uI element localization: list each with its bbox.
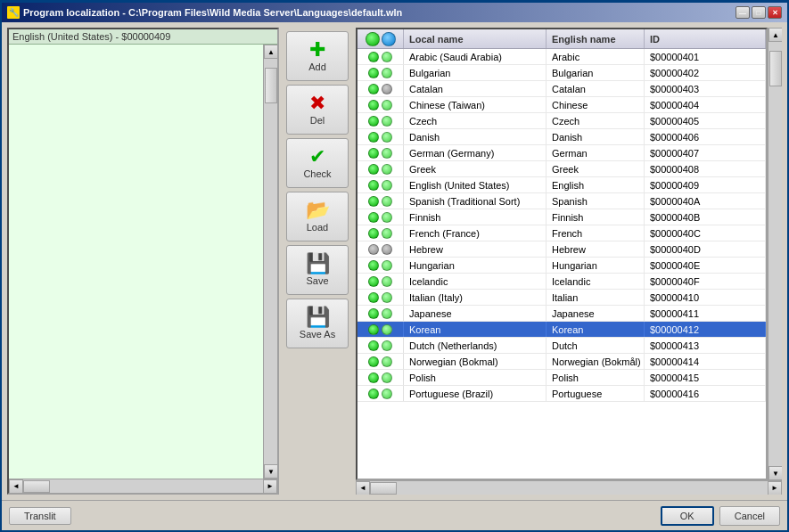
minimize-button[interactable]: — bbox=[736, 6, 750, 19]
row-local-name: Czech bbox=[404, 113, 547, 128]
save-button[interactable]: 💾 Save bbox=[286, 245, 349, 295]
row-local-name: German (Germany) bbox=[404, 145, 547, 160]
table-row[interactable]: Finnish Finnish $0000040B bbox=[358, 209, 766, 225]
status-dot-2 bbox=[382, 276, 392, 287]
row-icons bbox=[358, 322, 404, 337]
save-label: Save bbox=[306, 275, 328, 286]
table-row[interactable]: English (United States) English $0000040… bbox=[358, 177, 766, 193]
right-scroll-track[interactable] bbox=[768, 42, 782, 466]
right-scroll-down[interactable]: ▼ bbox=[768, 466, 782, 480]
table-row[interactable]: Danish Danish $00000406 bbox=[358, 129, 766, 145]
right-vertical-scrollbar[interactable]: ▲ ▼ bbox=[768, 28, 782, 480]
row-local-name: Icelandic bbox=[404, 274, 547, 289]
status-dot-2 bbox=[382, 228, 392, 239]
table-row[interactable]: Polish Polish $00000415 bbox=[358, 370, 766, 386]
load-button[interactable]: 📂 Load bbox=[286, 192, 349, 241]
table-row[interactable]: Arabic (Saudi Arabia) Arabic $00000401 bbox=[358, 49, 766, 65]
left-scroll-track[interactable] bbox=[264, 59, 277, 464]
status-dot-2 bbox=[382, 372, 392, 383]
row-icons bbox=[358, 113, 404, 128]
right-hscroll-track[interactable] bbox=[370, 481, 768, 495]
row-local-name: Norwegian (Bokmal) bbox=[404, 354, 547, 369]
row-icons bbox=[358, 338, 404, 353]
del-icon: ✖ bbox=[309, 94, 325, 113]
save-icon: 💾 bbox=[306, 254, 330, 274]
status-dot-2 bbox=[382, 340, 392, 351]
table-row[interactable]: Icelandic Icelandic $0000040F bbox=[358, 274, 766, 290]
left-hscroll-right[interactable]: ► bbox=[263, 479, 277, 494]
saveas-label: Save As bbox=[300, 329, 335, 340]
right-scroll-up[interactable]: ▲ bbox=[768, 28, 782, 42]
row-english-name: Greek bbox=[547, 161, 645, 176]
left-scroll-up[interactable]: ▲ bbox=[264, 45, 277, 59]
saveas-button[interactable]: 💾 Save As bbox=[286, 299, 349, 348]
left-hscroll-left[interactable]: ◄ bbox=[9, 479, 23, 494]
row-local-name: Arabic (Saudi Arabia) bbox=[404, 49, 547, 64]
check-button[interactable]: ✔ Check bbox=[286, 138, 349, 188]
left-scroll-thumb[interactable] bbox=[265, 68, 277, 103]
row-local-name: Danish bbox=[404, 129, 547, 144]
table-row[interactable]: Hebrew Hebrew $0000040D bbox=[358, 241, 766, 258]
close-button[interactable]: ✕ bbox=[768, 6, 782, 19]
status-dot-2 bbox=[382, 260, 392, 271]
ok-button[interactable]: OK bbox=[661, 506, 714, 526]
table-row[interactable]: Japanese Japanese $00000411 bbox=[358, 306, 766, 322]
table-row[interactable]: Bulgarian Bulgarian $00000402 bbox=[358, 65, 766, 81]
left-list-area: English (United States) - $00000409 ▲ ▼ … bbox=[7, 28, 279, 495]
left-list-header: English (United States) - $00000409 bbox=[9, 29, 277, 45]
row-local-name: Greek bbox=[404, 161, 547, 176]
left-vertical-scrollbar[interactable]: ▲ ▼ bbox=[263, 45, 277, 479]
row-id: $00000413 bbox=[645, 338, 766, 353]
add-button[interactable]: ✚ Add bbox=[286, 31, 349, 81]
del-button[interactable]: ✖ Del bbox=[286, 85, 349, 135]
right-hscroll-right[interactable]: ► bbox=[768, 481, 782, 495]
table-row[interactable]: German (Germany) German $00000407 bbox=[358, 145, 766, 161]
row-icons bbox=[358, 97, 404, 112]
row-icons bbox=[358, 290, 404, 305]
row-local-name: Italian (Italy) bbox=[404, 290, 547, 305]
right-hscroll-thumb[interactable] bbox=[370, 482, 397, 495]
col-header-id[interactable]: ID bbox=[645, 29, 766, 48]
table-row[interactable]: Czech Czech $00000405 bbox=[358, 113, 766, 129]
maximize-button[interactable]: □ bbox=[752, 6, 766, 19]
right-horizontal-scrollbar[interactable]: ◄ ► bbox=[356, 480, 782, 495]
col-header-local[interactable]: Local name bbox=[404, 29, 547, 48]
table-row[interactable]: Italian (Italy) Italian $00000410 bbox=[358, 290, 766, 306]
right-hscroll-left[interactable]: ◄ bbox=[356, 481, 370, 495]
table-row[interactable]: Hungarian Hungarian $0000040E bbox=[358, 258, 766, 274]
status-dot-1 bbox=[368, 308, 379, 319]
table-row[interactable]: Dutch (Netherlands) Dutch $00000413 bbox=[358, 338, 766, 354]
row-english-name: Norwegian (Bokmål) bbox=[547, 354, 645, 369]
table-row[interactable]: Chinese (Taiwan) Chinese $00000404 bbox=[358, 97, 766, 113]
table-row[interactable]: Korean Korean $00000412 bbox=[358, 322, 766, 338]
row-icons bbox=[358, 354, 404, 369]
row-icons bbox=[358, 386, 404, 401]
col-header-english[interactable]: English name bbox=[547, 29, 645, 48]
left-horizontal-scrollbar[interactable]: ◄ ► bbox=[9, 479, 277, 493]
left-list-inner: ▲ ▼ bbox=[9, 45, 277, 479]
status-dot-2 bbox=[382, 148, 392, 159]
left-hscroll-thumb[interactable] bbox=[23, 480, 50, 493]
table-row[interactable]: Greek Greek $00000408 bbox=[358, 161, 766, 177]
table-row[interactable]: Norwegian (Bokmal) Norwegian (Bokmål) $0… bbox=[358, 354, 766, 370]
title-bar: 🔧 Program localization - C:\Program File… bbox=[2, 3, 787, 22]
table-row[interactable]: Catalan Catalan $00000403 bbox=[358, 81, 766, 97]
table-row[interactable]: French (France) French $0000040C bbox=[358, 225, 766, 241]
left-scroll-down[interactable]: ▼ bbox=[264, 464, 277, 479]
right-scroll-thumb[interactable] bbox=[769, 51, 782, 86]
row-english-name: Spanish bbox=[547, 193, 645, 209]
translit-button[interactable]: Translit bbox=[9, 507, 71, 525]
left-list-content[interactable] bbox=[9, 45, 263, 479]
left-hscroll-track[interactable] bbox=[23, 479, 263, 494]
right-panel-container: Local name English name ID Arabic (Saudi… bbox=[356, 28, 782, 495]
cancel-button[interactable]: Cancel bbox=[719, 506, 780, 526]
table-row[interactable]: Portuguese (Brazil) Portuguese $00000416 bbox=[358, 386, 766, 402]
row-id: $00000406 bbox=[645, 129, 766, 144]
table-row[interactable]: Spanish (Traditional Sort) Spanish $0000… bbox=[358, 193, 766, 209]
row-local-name: French (France) bbox=[404, 225, 547, 241]
app-icon: 🔧 bbox=[7, 6, 20, 19]
status-dot-1 bbox=[368, 196, 379, 207]
row-icons bbox=[358, 193, 404, 209]
status-dot-1 bbox=[368, 324, 379, 335]
status-dot-2 bbox=[382, 324, 392, 335]
